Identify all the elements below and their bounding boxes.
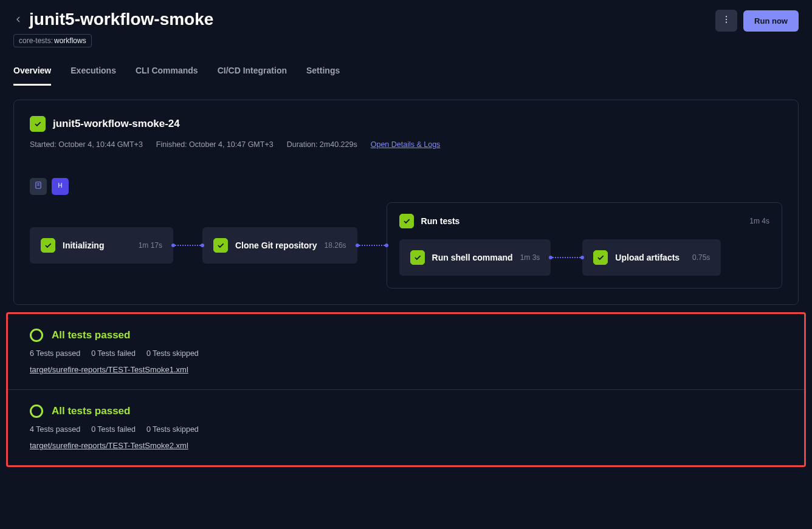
graph-icon xyxy=(56,181,64,192)
pipeline-connector xyxy=(357,245,387,246)
svg-point-2 xyxy=(726,22,727,23)
tests-failed: 0 Tests failed xyxy=(91,425,136,434)
back-arrow-icon[interactable] xyxy=(13,15,23,24)
success-icon xyxy=(410,250,425,265)
run-title: junit5-workflow-smoke-24 xyxy=(53,118,180,130)
step-clone-git[interactable]: Clone Git repository 18.26s xyxy=(202,227,357,264)
run-title-row: junit5-workflow-smoke-24 xyxy=(30,116,782,132)
result-stats: 4 Tests passed 0 Tests failed 0 Tests sk… xyxy=(30,425,782,434)
step-name: Clone Git repository xyxy=(235,241,317,250)
page-title: junit5-workflow-smoke xyxy=(29,10,213,29)
test-result-card: All tests passed 4 Tests passed 0 Tests … xyxy=(8,390,804,465)
view-toggle xyxy=(30,178,782,195)
success-icon xyxy=(593,250,608,265)
vertical-dots-icon xyxy=(721,15,731,27)
document-icon xyxy=(34,181,43,192)
group-name: Run tests xyxy=(421,216,460,226)
tab-cicd[interactable]: CI/CD Integration xyxy=(218,66,287,86)
pipeline: Initializing 1m 17s Clone Git repository… xyxy=(30,202,782,288)
page-header: junit5-workflow-smoke core-tests: workfl… xyxy=(0,0,812,47)
run-finished: Finished: October 4, 10:47 GMT+3 xyxy=(156,140,274,149)
result-file-link[interactable]: target/surefire-reports/TEST-TestSmoke2.… xyxy=(30,441,188,450)
title-row: junit5-workflow-smoke xyxy=(13,10,213,29)
test-results-highlight: All tests passed 6 Tests passed 0 Tests … xyxy=(6,312,806,467)
list-view-button[interactable] xyxy=(30,178,47,195)
run-duration: Duration: 2m40.229s xyxy=(287,140,357,149)
tests-skipped: 0 Tests skipped xyxy=(146,425,199,434)
tests-failed: 0 Tests failed xyxy=(91,349,136,358)
step-run-shell[interactable]: Run shell command 1m 3s xyxy=(399,239,551,276)
step-initializing[interactable]: Initializing 1m 17s xyxy=(30,227,173,264)
breadcrumb-suite: core-tests: xyxy=(19,36,53,45)
pipeline-connector xyxy=(173,245,202,246)
success-icon xyxy=(399,214,414,228)
group-header: Run tests 1m 4s xyxy=(399,214,769,228)
content: junit5-workflow-smoke-24 Started: Octobe… xyxy=(0,86,812,480)
breadcrumb-name: workflows xyxy=(54,36,86,45)
result-stats: 6 Tests passed 0 Tests failed 0 Tests sk… xyxy=(30,349,782,358)
step-upload-artifacts[interactable]: Upload artifacts 0.75s xyxy=(582,239,721,276)
step-group-run-tests: Run tests 1m 4s Run shell command 1m 3s xyxy=(387,202,782,288)
open-details-link[interactable]: Open Details & Logs xyxy=(371,140,441,149)
success-icon xyxy=(30,116,46,132)
graph-view-button[interactable] xyxy=(52,178,69,195)
pipeline-connector xyxy=(551,257,582,258)
step-time: 1m 17s xyxy=(139,241,162,250)
breadcrumb-badge[interactable]: core-tests: workflows xyxy=(13,34,92,47)
pass-circle-icon xyxy=(30,329,43,342)
group-steps: Run shell command 1m 3s Upload artifacts… xyxy=(399,239,769,276)
step-name: Upload artifacts xyxy=(615,253,680,262)
result-title: All tests passed xyxy=(52,405,130,417)
svg-point-1 xyxy=(726,19,727,20)
step-name: Initializing xyxy=(63,241,104,250)
tab-cli[interactable]: CLI Commands xyxy=(136,66,198,86)
tab-executions[interactable]: Executions xyxy=(71,66,116,86)
group-time: 1m 4s xyxy=(749,217,769,225)
success-icon xyxy=(213,238,228,253)
step-time: 0.75s xyxy=(692,253,710,262)
more-options-button[interactable] xyxy=(715,10,737,32)
success-icon xyxy=(41,238,55,253)
header-right: Run now xyxy=(715,10,799,32)
step-time: 18.26s xyxy=(325,241,346,250)
run-meta: Started: October 4, 10:44 GMT+3 Finished… xyxy=(30,140,782,149)
test-result-card: All tests passed 6 Tests passed 0 Tests … xyxy=(8,314,804,390)
step-time: 1m 3s xyxy=(520,253,540,262)
tab-settings[interactable]: Settings xyxy=(306,66,340,86)
tests-passed: 4 Tests passed xyxy=(30,425,80,434)
result-title: All tests passed xyxy=(52,329,130,341)
tests-skipped: 0 Tests skipped xyxy=(146,349,199,358)
pass-circle-icon xyxy=(30,404,43,418)
tests-passed: 6 Tests passed xyxy=(30,349,80,358)
tabs: Overview Executions CLI Commands CI/CD I… xyxy=(0,47,812,86)
svg-point-0 xyxy=(726,16,727,17)
header-left: junit5-workflow-smoke core-tests: workfl… xyxy=(13,10,213,47)
run-now-button[interactable]: Run now xyxy=(743,10,799,32)
step-name: Run shell command xyxy=(432,253,513,262)
run-card: junit5-workflow-smoke-24 Started: Octobe… xyxy=(13,100,799,305)
result-file-link[interactable]: target/surefire-reports/TEST-TestSmoke1.… xyxy=(30,365,188,374)
run-started: Started: October 4, 10:44 GMT+3 xyxy=(30,140,143,149)
tab-overview[interactable]: Overview xyxy=(13,66,51,86)
